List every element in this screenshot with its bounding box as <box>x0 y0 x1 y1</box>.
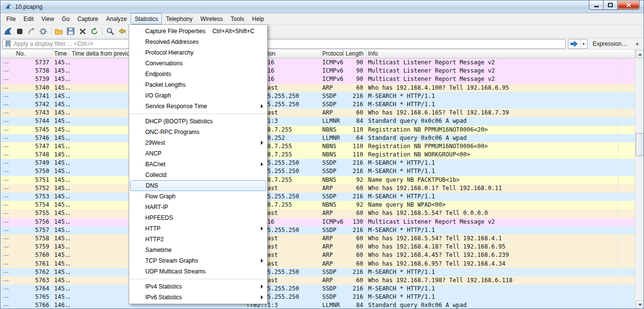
menu-item-capture-file-properties[interactable]: Capture File PropertiesCtrl+Alt+Shift+C <box>129 26 267 37</box>
display-filter-input[interactable]: Apply a display filter ... <Ctrl-/> <box>2 39 566 49</box>
packet-row[interactable]: 5762145.…239.255.255.250SSDP216M-SEARCH … <box>0 268 618 276</box>
packet-row[interactable]: 5740145.…BroadcastARP60Who has 192.168.4… <box>0 84 618 92</box>
column-header-time[interactable]: Time <box>52 50 70 58</box>
menubar-item-edit[interactable]: Edit <box>20 13 38 24</box>
minimize-button[interactable] <box>589 0 603 10</box>
capture-options-button[interactable] <box>37 25 49 37</box>
menu-item-hpfeeds[interactable]: HPFEEDS <box>129 212 267 223</box>
menu-item-conversations[interactable]: Conversations <box>129 58 267 69</box>
scroll-up-button[interactable] <box>636 50 644 58</box>
open-file-button[interactable] <box>53 25 65 37</box>
packet-row[interactable]: 5763145.…BroadcastARP60Who has 192.168.7… <box>0 276 618 285</box>
menubar-item-help[interactable]: Help <box>248 13 268 24</box>
minimap-segment <box>618 184 635 193</box>
stop-capture-button[interactable] <box>14 25 25 37</box>
add-filter-button[interactable]: + <box>633 39 642 48</box>
menu-item-sametime[interactable]: Sametime <box>129 245 267 255</box>
menu-item-resolved-addresses[interactable]: Resolved Addresses <box>129 37 267 47</box>
packet-row[interactable]: 5745145.…192.168.7.255NBNS110Registratio… <box>0 126 618 134</box>
menu-item-collectd[interactable]: Collectd <box>129 170 267 180</box>
menubar-item-analyze[interactable]: Analyze <box>102 13 131 24</box>
menubar-item-statistics[interactable]: Statistics <box>131 13 162 24</box>
vertical-scrollbar[interactable] <box>635 50 644 309</box>
packet-row[interactable]: 5760145.…BroadcastARP60Who has 192.168.4… <box>0 251 618 259</box>
packet-row[interactable]: 5750145.…239.255.255.250SSDP216M-SEARCH … <box>0 167 618 175</box>
menu-item-service-response-time[interactable]: Service Response Time <box>129 101 267 112</box>
packet-row[interactable]: 5747145.…192.168.7.255NBNS110Registratio… <box>0 142 618 151</box>
menu-item-ipv4-statistics[interactable]: IPv4 Statistics <box>129 281 267 292</box>
go-back-button[interactable] <box>116 25 128 37</box>
packet-row[interactable]: 5759145.…BroadcastARP60Who has 192.168.4… <box>0 243 618 251</box>
column-header-info[interactable]: Info <box>366 50 635 58</box>
save-file-button[interactable] <box>65 25 77 37</box>
menu-item-29west[interactable]: 29West <box>129 137 267 148</box>
packet-row[interactable]: 5757145.…239.255.255.250SSDP216M-SEARCH … <box>0 226 618 234</box>
menu-item-onc-rpc-programs[interactable]: ONC-RPC Programs <box>129 127 267 137</box>
menu-item-dhcp-bootp-statistics[interactable]: DHCP (BOOTP) Statistics <box>129 116 267 127</box>
packet-row[interactable]: 5756145.…ff02::16ICMPv6130Multicast List… <box>0 218 618 226</box>
packet-row[interactable]: 5751145.…192.168.7.255NBNS92Name query N… <box>0 176 618 184</box>
packet-row[interactable]: 5743145.…BroadcastARP60Who has 192.168.6… <box>0 109 618 117</box>
apply-filter-button[interactable] <box>568 39 580 48</box>
menu-item-ancp[interactable]: ANCP <box>129 148 267 159</box>
packet-row[interactable]: 5749145.…239.255.255.250SSDP216M-SEARCH … <box>0 159 618 167</box>
menu-item-dns[interactable]: DNS <box>130 180 266 191</box>
menu-item-i-o-graph[interactable]: I/O Graph <box>129 90 267 101</box>
close-button[interactable] <box>617 0 640 10</box>
packet-row[interactable]: 5746145.…224.0.0.252LLMNR64Standard quer… <box>0 134 618 142</box>
packet-row[interactable]: 5737145.…ff02::16ICMPv690Multicast Liste… <box>0 58 618 67</box>
packet-row[interactable]: 5744145.…ff02::1:3LLMNR84Standard query … <box>0 117 618 125</box>
packet-row[interactable]: 5758145.…BroadcastARP60Who has 192.168.5… <box>0 234 618 243</box>
packet-row[interactable]: 5752145.…BroadcastARP60Who has 192.168.0… <box>0 184 618 193</box>
column-header-len[interactable]: Length <box>344 50 366 58</box>
packet-row[interactable]: 5754145.…192.168.7.255NBNS92Name query N… <box>0 201 618 209</box>
menubar-item-file[interactable]: File <box>2 13 20 24</box>
scroll-down-button[interactable] <box>636 301 644 309</box>
menubar-item-tools[interactable]: Tools <box>227 13 248 24</box>
filter-bookmark-icon[interactable] <box>5 40 11 48</box>
scrollbar-thumb[interactable] <box>636 133 644 156</box>
expression-button[interactable]: Expression… <box>590 40 630 47</box>
packet-row[interactable]: 5741145.…239.255.255.250SSDP216M-SEARCH … <box>0 92 618 100</box>
packet-row[interactable]: 5753145.…239.255.255.250SSDP216M-SEARCH … <box>0 193 618 201</box>
packet-row[interactable]: 5761145.…BroadcastARP60Who has 192.168.6… <box>0 260 618 268</box>
menu-item-http[interactable]: HTTP <box>129 223 267 234</box>
menu-item-endpoints[interactable]: Endpoints <box>129 69 267 79</box>
menubar-item-go[interactable]: Go <box>58 13 74 24</box>
menubar-item-view[interactable]: View <box>38 13 58 24</box>
menu-item-http2[interactable]: HTTP2 <box>129 234 267 245</box>
menu-item-packet-lengths[interactable]: Packet Lengths <box>129 79 267 90</box>
packet-row[interactable]: 5766146.…ff02::1:3LLMNR84Standard query … <box>0 301 618 309</box>
menu-item-udp-multicast-streams[interactable]: UDP Multicast Streams <box>129 266 267 277</box>
find-packet-button[interactable] <box>104 25 116 37</box>
close-file-button[interactable] <box>77 25 88 37</box>
restart-capture-button[interactable] <box>25 25 37 37</box>
packet-row[interactable]: 5738145.…ff02::16ICMPv690Multicast Liste… <box>0 67 618 75</box>
scrollbar-minimap[interactable] <box>618 58 635 309</box>
packet-row[interactable]: 5748145.…192.168.7.255NBNS110Registratio… <box>0 151 618 159</box>
start-capture-button[interactable] <box>2 25 14 37</box>
packet-row[interactable]: 5755145.…BroadcastARP60Who has 192.168.5… <box>0 209 618 217</box>
menu-item-tcp-stream-graphs[interactable]: TCP Stream Graphs <box>129 255 267 266</box>
menu-item-hart-ip[interactable]: HART-IP <box>129 202 267 212</box>
column-header-no[interactable]: No. <box>14 50 52 58</box>
column-header-proto[interactable]: Protocol <box>320 50 344 58</box>
menu-item-protocol-hierarchy[interactable]: Protocol Hierarchy <box>129 47 267 58</box>
menu-item-bacnet[interactable]: BACnet <box>129 159 267 170</box>
save-file-icon <box>67 27 75 35</box>
maximize-button[interactable] <box>603 0 617 10</box>
filter-history-caret[interactable]: ▾ <box>580 39 587 48</box>
menubar-item-telephony[interactable]: Telephony <box>162 13 196 24</box>
menubar-item-capture[interactable]: Capture <box>74 13 102 24</box>
reload-file-button[interactable] <box>88 25 100 37</box>
titlebar[interactable]: 10.pcapng <box>0 0 644 13</box>
menu-item-ipv6-statistics[interactable]: IPv6 Statistics <box>129 292 267 303</box>
menu-item-flow-graph[interactable]: Flow Graph <box>129 191 267 202</box>
cell-time: 145.… <box>52 75 70 83</box>
packet-row[interactable]: 5764145.…239.255.255.250SSDP216M-SEARCH … <box>0 285 618 293</box>
packet-list: 5737145.…ff02::16ICMPv690Multicast Liste… <box>0 58 618 309</box>
packet-row[interactable]: 5742145.…239.255.255.250SSDP216M-SEARCH … <box>0 100 618 109</box>
menubar-item-wireless[interactable]: Wireless <box>196 13 227 24</box>
packet-row[interactable]: 5765145.…239.255.255.250SSDP216M-SEARCH … <box>0 293 618 301</box>
packet-row[interactable]: 5739145.…ff02::16ICMPv690Multicast Liste… <box>0 75 618 83</box>
